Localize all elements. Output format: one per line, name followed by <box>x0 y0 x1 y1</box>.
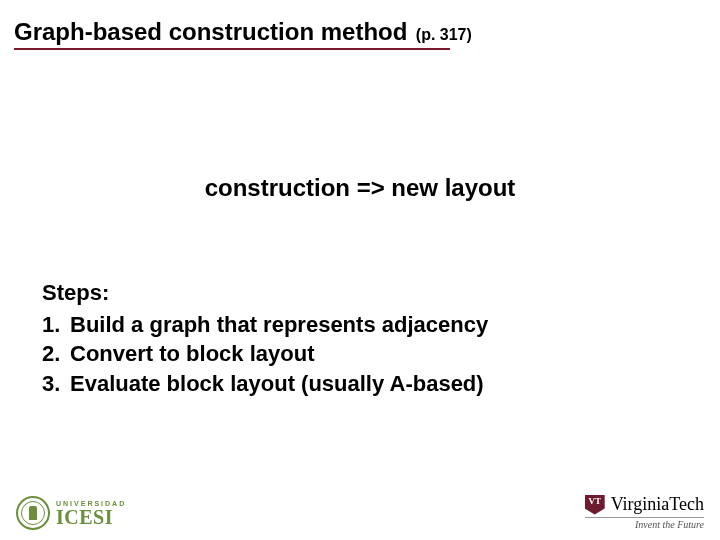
slide-title: Graph-based construction method <box>14 18 407 45</box>
icesi-text: UNIVERSIDAD ICESI <box>56 500 126 527</box>
icesi-seal-icon <box>16 496 50 530</box>
list-item: 3. Evaluate block layout (usually A-base… <box>42 369 488 399</box>
list-item: 2. Convert to block layout <box>42 339 488 369</box>
center-statement: construction => new layout <box>0 174 720 202</box>
vt-tagline: Invent the Future <box>585 517 704 530</box>
vt-name: VirginiaTech <box>611 494 704 515</box>
step-text: Convert to block layout <box>70 339 314 369</box>
slide: Graph-based construction method (p. 317)… <box>0 0 720 540</box>
footer: UNIVERSIDAD ICESI VirginiaTech Invent th… <box>0 478 720 540</box>
vt-shield-icon <box>585 495 605 515</box>
slide-page-ref: (p. 317) <box>416 26 472 43</box>
vt-main: VirginiaTech <box>585 494 704 515</box>
list-item: 1. Build a graph that represents adjacen… <box>42 310 488 340</box>
step-text: Build a graph that represents adjacency <box>70 310 488 340</box>
step-number: 1. <box>42 310 70 340</box>
step-text: Evaluate block layout (usually A-based) <box>70 369 484 399</box>
icesi-name: ICESI <box>56 507 126 527</box>
title-underline <box>14 48 450 50</box>
virginia-tech-logo: VirginiaTech Invent the Future <box>585 494 704 530</box>
steps-block: Steps: 1. Build a graph that represents … <box>42 278 488 399</box>
step-number: 2. <box>42 339 70 369</box>
icesi-logo: UNIVERSIDAD ICESI <box>16 496 126 530</box>
step-number: 3. <box>42 369 70 399</box>
steps-heading: Steps: <box>42 278 488 308</box>
slide-title-row: Graph-based construction method (p. 317) <box>14 18 706 46</box>
